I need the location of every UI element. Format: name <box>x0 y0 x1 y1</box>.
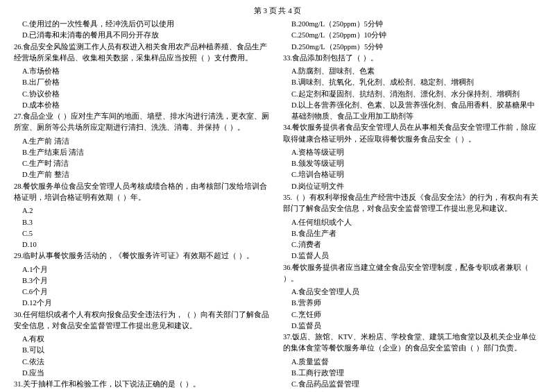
option-item: D.监督员 <box>283 321 541 332</box>
question-item: 33.食品添加剂包括了（ ）。 <box>283 53 541 64</box>
option-item: D.应当 <box>14 368 272 379</box>
question-text: 35.（ ）有权利举报食品生产经营中违反《食品安全法》的行为，有权向有关部门了解… <box>283 194 538 212</box>
question-item: 27.食品企业（ ）应对生产车间的地面、墙壁、排水沟进行清洗，更衣室、厕所室、厕… <box>14 111 272 134</box>
option-item: B.可以 <box>14 345 272 356</box>
option-item: C.消费者 <box>283 239 541 250</box>
question-text: 31.关于抽样工作和检验工作，以下说法正确的是（ ）。 <box>14 380 200 388</box>
option-item: C.烹饪师 <box>283 309 541 321</box>
question-item: 36.餐饮服务提供者应当建立健全食品安全管理制度，配备专职或者兼职（ ）。 <box>283 262 541 285</box>
option-item: A.1个月 <box>14 264 272 275</box>
question-item: 35.（ ）有权利举报食品生产经营中违反《食品安全法》的行为，有权向有关部门了解… <box>283 192 541 215</box>
option-item: C.协议价格 <box>14 89 272 100</box>
option-item: D.12个月 <box>14 298 272 309</box>
option-item: B.200mg/L（250ppm）5分钟 <box>283 19 541 30</box>
option-item: B.3个月 <box>14 275 272 287</box>
option-item: C.依法 <box>14 357 272 368</box>
option-item: C.生产时 清洁 <box>14 158 272 169</box>
option-item: B.调味剂、抗氧化、乳化剂、成松剂、稳定剂、增稠剂 <box>283 77 541 88</box>
option-item: A.食品安全管理人员 <box>283 287 541 298</box>
question-text: 36.餐饮服务提供者应当建立健全食品安全管理制度，配备专职或者兼职（ ）。 <box>283 264 529 282</box>
question-text: 28.餐饮服务单位食品安全管理人员考核成绩合格的，由考核部门发给培训合格证明，培… <box>14 182 267 201</box>
option-item: A.生产前 清洁 <box>14 136 272 147</box>
option-item: C.食品药品监督管理 <box>283 379 541 390</box>
question-text: 37.饭店、旅馆、KTV、米粉店、学校食堂、建筑工地食堂以及机关企业单位的集体食… <box>283 333 536 352</box>
option-item: A.市场价格 <box>14 66 272 77</box>
option-item: B.营养师 <box>283 298 541 309</box>
question-text: 29.临时从事餐饮服务活动的，《餐饮服务许可证》有效期不超过（ ）。 <box>14 252 254 259</box>
option-item: D.已消毒和未消毒的餐用具不同分开存放 <box>14 30 272 41</box>
question-item: 26.食品安全风险监测工作人员有权进入相关食用农产品种植养殖、食品生产经营场所采… <box>14 42 272 65</box>
question-item: 28.餐饮服务单位食品安全管理人员考核成绩合格的，由考核部门发给培训合格证明，培… <box>14 181 272 204</box>
option-item: B.工商行政管理 <box>283 368 541 379</box>
option-item: C.6个月 <box>14 287 272 298</box>
option-item: C.5 <box>14 228 272 239</box>
option-item: C.250mg/L（250ppm）10分钟 <box>283 30 541 41</box>
option-item: C.起定剂和凝固剂、抗结剂、消泡剂、漂化剂、水分保持剂、增稠剂 <box>283 89 541 100</box>
option-item: A.任何组织或个人 <box>283 217 541 228</box>
option-item: B.出厂价格 <box>14 77 272 88</box>
option-item: B.生产结束后 清洁 <box>14 147 272 158</box>
option-item: B.食品生产者 <box>283 228 541 239</box>
question-text: 27.食品企业（ ）应对生产车间的地面、墙壁、排水沟进行清洗，更衣室、厕所室、厕… <box>14 112 269 131</box>
page-number: 第 3 页 共 4 页 <box>14 6 541 16</box>
page: 第 3 页 共 4 页 C.使用过的一次性餐具，经冲洗后仍可以使用D.已消毒和未… <box>0 0 555 392</box>
question-item: 29.临时从事餐饮服务活动的，《餐饮服务许可证》有效期不超过（ ）。 <box>14 250 272 262</box>
question-item: 37.饭店、旅馆、KTV、米粉店、学校食堂、建筑工地食堂以及机关企业单位的集体食… <box>283 332 541 355</box>
option-item: D.以上各营养强化剂、色素、以及营养强化剂、食品用香料、胶基糖果中基础剂物质、食… <box>283 100 541 123</box>
question-item: 31.关于抽样工作和检验工作，以下说法正确的是（ ）。 <box>14 379 272 390</box>
option-item: A.2 <box>14 205 272 216</box>
content-columns: C.使用过的一次性餐具，经冲洗后仍可以使用D.已消毒和未消毒的餐用具不同分开存放… <box>14 19 541 392</box>
option-item: C.培训合格证明 <box>283 169 541 180</box>
question-text: 30.任何组织或者个人有权向报食品安全违法行为，（ ）向有关部门了解食品安全信息… <box>14 311 269 330</box>
option-item: A.资格等级证明 <box>283 147 541 158</box>
left-column: C.使用过的一次性餐具，经冲洗后仍可以使用D.已消毒和未消毒的餐用具不同分开存放… <box>14 19 272 392</box>
right-column: B.200mg/L（250ppm）5分钟C.250mg/L（250ppm）10分… <box>283 19 541 392</box>
question-item: 30.任何组织或者个人有权向报食品安全违法行为，（ ）向有关部门了解食品安全信息… <box>14 309 272 332</box>
question-text: 33.食品添加剂包括了（ ）。 <box>283 54 378 62</box>
option-item: A.质量监督 <box>283 357 541 368</box>
option-item: D.岗位证明文件 <box>283 181 541 192</box>
option-item: A.防腐剂、甜味剂、色素 <box>283 66 541 77</box>
question-text: 34.餐饮服务提供者食品安全管理人员在从事相关食品安全管理工作前，除应取得健康合… <box>283 123 536 142</box>
option-item: B.3 <box>14 217 272 228</box>
option-item: A.有权 <box>14 334 272 345</box>
option-item: D.250mg/L（250ppm）5分钟 <box>283 42 541 53</box>
option-item: D.10 <box>14 239 272 250</box>
option-item: D.监督人员 <box>283 250 541 262</box>
option-item: D.生产前 整洁 <box>14 169 272 180</box>
option-item: C.使用过的一次性餐具，经冲洗后仍可以使用 <box>14 19 272 30</box>
question-item: 34.餐饮服务提供者食品安全管理人员在从事相关食品安全管理工作前，除应取得健康合… <box>283 122 541 145</box>
option-item: B.颁发等级证明 <box>283 158 541 169</box>
option-item: D.成本价格 <box>14 100 272 111</box>
question-text: 26.食品安全风险监测工作人员有权进入相关食用农产品种植养殖、食品生产经营场所采… <box>14 43 267 62</box>
